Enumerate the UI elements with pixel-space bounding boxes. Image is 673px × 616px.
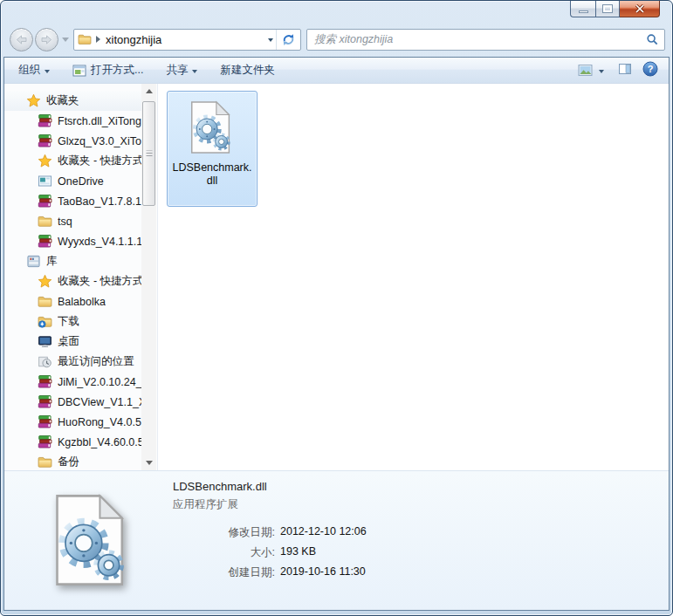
sidebar-item[interactable]: HuoRong_V4.0.5 [4,412,141,432]
search-input[interactable]: 搜索 xitongzhijia [306,29,665,51]
sidebar-item-label: OneDrive [58,175,104,188]
titlebar[interactable] [1,1,672,25]
address-dropdown-button[interactable] [260,30,276,50]
star-icon [26,93,41,108]
sidebar-item[interactable]: DBCView_V1.1_X [4,392,141,412]
close-button[interactable] [620,1,660,17]
views-icon [578,63,593,78]
details-file-type: 应用程序扩展 [173,497,367,512]
sidebar-item[interactable]: OneDrive [4,171,141,191]
details-row: 创建日期:2019-10-16 11:30 [173,565,367,580]
sidebar-item-label: 收藏夹 - 快捷方式 [58,274,141,289]
navigation-pane: 收藏夹Ftsrch.dll_XiTongGlxzq_V3.0_XiTo收藏夹 -… [4,84,158,470]
refresh-icon [281,32,296,47]
sidebar-item[interactable]: TaoBao_V1.7.8.1 [4,191,141,211]
preview-pane-button[interactable] [618,62,632,79]
chevron-down-icon [45,70,50,73]
sidebar-item[interactable]: 备份 [4,452,141,470]
sidebar-item[interactable]: 收藏夹 - 快捷方式 [4,151,141,171]
chevron-down-icon [192,70,197,73]
sidebar-item[interactable]: Wyyxds_V4.1.1.1 [4,231,141,251]
file-name-line2: dll [172,175,251,188]
change-view-button[interactable] [578,63,604,78]
file-list-area[interactable]: LDSBenchmark. dll [158,84,669,470]
rar-icon [38,234,52,249]
address-bar[interactable]: xitongzhijia [73,29,301,51]
details-row-value: 2019-10-16 11:30 [280,565,366,580]
toolbar-item[interactable]: 共享 [166,63,197,78]
refresh-button[interactable] [276,30,300,50]
breadcrumb[interactable]: xitongzhijia [106,33,260,46]
breadcrumb-arrow-icon[interactable] [96,36,100,43]
back-arrow-icon [16,35,27,44]
search-placeholder: 搜索 xitongzhijia [314,32,646,47]
onedrive-icon [38,174,52,188]
sidebar-item-label: 备份 [58,455,79,469]
sidebar-item[interactable]: 收藏夹 [4,91,141,111]
back-button[interactable] [10,28,33,51]
rar-icon [38,133,52,148]
recent-pages-dropdown[interactable] [62,38,69,42]
command-toolbar: 组织打开方式...共享新建文件夹 [4,58,669,84]
details-row: 修改日期:2012-12-10 12:06 [173,525,367,540]
toolbar-item-label: 共享 [166,63,188,78]
star-icon [38,154,52,168]
sidebar-item-label: Ftsrch.dll_XiTong [58,115,141,127]
scrollbar-thumb[interactable] [142,101,155,206]
scroll-down-button[interactable] [141,455,156,470]
rar-icon [38,113,52,128]
folder-icon [38,214,52,229]
forward-button[interactable] [35,28,58,51]
toolbar-item[interactable]: 打开方式... [72,63,143,78]
details-pane: LDSBenchmark.dll 应用程序扩展 修改日期:2012-12-10 … [4,470,669,610]
chevron-down-icon [268,38,273,42]
sidebar-item[interactable]: Balabolka [4,291,141,311]
recent-icon [38,354,52,369]
sidebar-item-label: 下载 [58,314,79,329]
sidebar-item[interactable]: tsq [4,211,141,231]
toolbar-item[interactable]: 新建文件夹 [220,63,275,78]
sidebar-item-label: DBCView_V1.1_X [58,396,141,408]
sidebar-item-label: HuoRong_V4.0.5 [58,416,141,428]
sidebar-item[interactable]: Ftsrch.dll_XiTong [4,111,141,131]
help-icon: ? [642,61,658,77]
library-icon [26,254,41,269]
sidebar-item[interactable]: Glxzq_V3.0_XiTo [4,131,141,151]
window-controls [570,1,660,17]
body-row: 收藏夹Ftsrch.dll_XiTongGlxzq_V3.0_XiTo收藏夹 -… [4,84,669,470]
navigation-bar: xitongzhijia 搜索 xitongzhijia [1,25,672,57]
close-icon [635,4,645,13]
sidebar-item-label: JiMi_V2.0.10.24_ [58,376,141,388]
forward-arrow-icon [41,35,52,44]
sidebar-item[interactable]: 桌面 [4,332,141,352]
folder-icon [38,455,52,469]
help-button[interactable]: ? [642,61,658,79]
file-item-ldsbenchmark[interactable]: LDSBenchmark. dll [167,91,258,207]
search-icon[interactable] [646,33,659,46]
sidebar-item[interactable]: JiMi_V2.0.10.24_ [4,372,141,392]
sidebar-item[interactable]: 库 [4,251,141,271]
dlfolder-icon [38,314,52,329]
toolbar-item-label: 打开方式... [91,63,143,78]
toolbar-item-label: 新建文件夹 [220,63,275,78]
minimize-button[interactable] [570,1,595,17]
scroll-up-button[interactable] [141,84,156,99]
minimize-icon [579,10,588,13]
rar-icon [38,374,52,389]
rar-icon [38,435,52,449]
sidebar-item[interactable]: Kgzbbl_V4.60.0.5 [4,432,141,452]
toolbar-item[interactable]: 组织 [18,63,50,78]
rar-icon [38,194,52,209]
sidebar-item[interactable]: 最近访问的位置 [4,352,141,372]
openwith-icon [72,64,86,78]
sidebar-scrollbar[interactable] [141,84,156,470]
rar-icon [38,414,52,429]
details-row-value: 193 KB [280,545,316,560]
explorer-window: xitongzhijia 搜索 xitongzhijia [0,0,673,616]
chevron-down-icon [599,70,604,73]
maximize-button[interactable] [595,1,620,17]
sidebar-item[interactable]: 下载 [4,311,141,332]
details-row-value: 2012-12-10 12:06 [280,525,367,540]
sidebar-item[interactable]: 收藏夹 - 快捷方式 [4,271,141,291]
sidebar-item-label: 库 [46,254,58,269]
